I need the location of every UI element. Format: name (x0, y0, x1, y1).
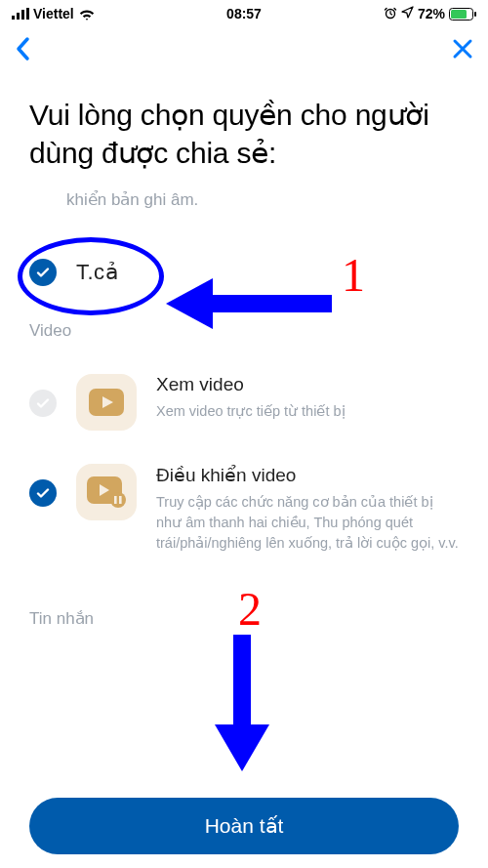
section-messages-label: Tin nhắn (29, 608, 459, 629)
status-time: 08:57 (226, 6, 262, 21)
page-title: Vui lòng chọn quyền cho người dùng được … (29, 96, 459, 172)
location-icon (401, 6, 414, 21)
control-video-icon (76, 464, 137, 520)
control-video-title: Điều khiển video (156, 464, 459, 486)
svg-point-10 (110, 492, 126, 508)
done-button[interactable]: Hoàn tất (29, 798, 459, 854)
svg-rect-3 (26, 8, 29, 20)
status-right: 72% (384, 6, 476, 22)
svg-rect-11 (114, 496, 117, 504)
perm-control-video[interactable]: Điều khiển video Truy cập các chức năng … (29, 464, 459, 554)
view-video-desc: Xem video trực tiếp từ thiết bị (156, 401, 459, 422)
control-video-desc: Truy cập các chức năng cơ bản của thiết … (156, 492, 459, 554)
alarm-icon (384, 6, 397, 22)
select-all-label: T.cả (76, 260, 118, 285)
svg-rect-1 (17, 13, 20, 20)
close-button[interactable] (451, 37, 474, 61)
page-subtext: khiển bản ghi âm. (66, 189, 459, 210)
signal-icon (12, 8, 29, 20)
battery-percent: 72% (418, 6, 445, 21)
carrier-label: Viettel (33, 6, 74, 21)
status-left: Viettel (12, 6, 96, 21)
svg-rect-6 (451, 10, 467, 19)
view-video-title: Xem video (156, 374, 459, 395)
done-label: Hoàn tất (205, 814, 284, 838)
select-all-row[interactable]: T.cả (29, 259, 459, 286)
svg-rect-12 (119, 496, 122, 504)
view-video-checkbox[interactable] (29, 390, 57, 417)
content-area: Vui lòng chọn quyền cho người dùng được … (0, 70, 488, 683)
svg-rect-0 (12, 16, 15, 20)
play-video-icon (76, 374, 137, 431)
svg-rect-7 (474, 12, 476, 17)
battery-icon (449, 8, 476, 21)
select-all-checkbox[interactable] (29, 259, 57, 286)
perm-view-video[interactable]: Xem video Xem video trực tiếp từ thiết b… (29, 374, 459, 431)
nav-bar (0, 27, 488, 70)
svg-rect-2 (21, 10, 24, 20)
back-button[interactable] (14, 35, 33, 62)
section-video-label: Video (29, 321, 459, 341)
control-video-checkbox[interactable] (29, 479, 57, 507)
messages-row-placeholder (29, 654, 459, 683)
status-bar: Viettel 08:57 72% (0, 0, 488, 27)
wifi-icon (78, 8, 96, 21)
